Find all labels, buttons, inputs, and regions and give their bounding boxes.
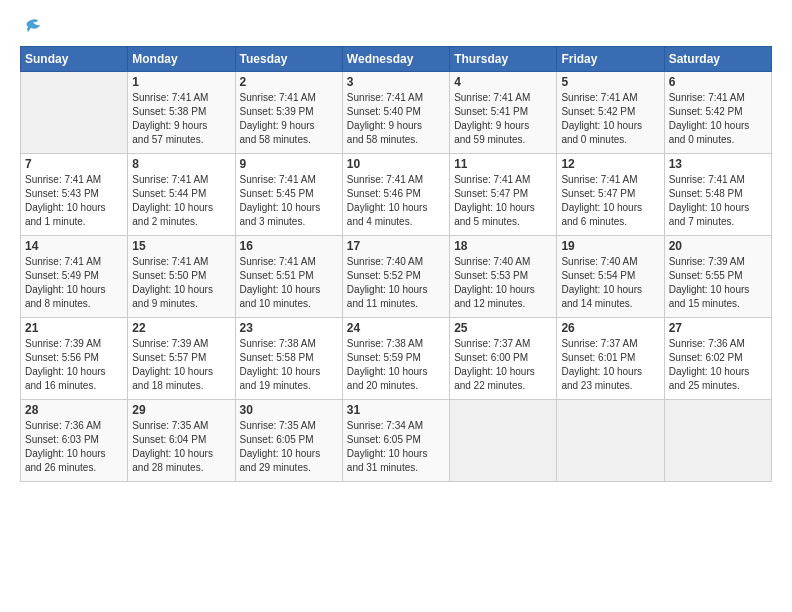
logo-bird-icon [22, 16, 44, 38]
calendar-cell: 6Sunrise: 7:41 AMSunset: 5:42 PMDaylight… [664, 72, 771, 154]
calendar-cell: 4Sunrise: 7:41 AMSunset: 5:41 PMDaylight… [450, 72, 557, 154]
calendar-cell: 7Sunrise: 7:41 AMSunset: 5:43 PMDaylight… [21, 154, 128, 236]
day-info: Sunrise: 7:38 AMSunset: 5:58 PMDaylight:… [240, 337, 338, 393]
day-info: Sunrise: 7:41 AMSunset: 5:40 PMDaylight:… [347, 91, 445, 147]
day-number: 26 [561, 321, 659, 335]
day-info: Sunrise: 7:41 AMSunset: 5:47 PMDaylight:… [454, 173, 552, 229]
day-number: 10 [347, 157, 445, 171]
day-info: Sunrise: 7:37 AMSunset: 6:00 PMDaylight:… [454, 337, 552, 393]
day-number: 17 [347, 239, 445, 253]
day-number: 14 [25, 239, 123, 253]
day-info: Sunrise: 7:38 AMSunset: 5:59 PMDaylight:… [347, 337, 445, 393]
day-header-monday: Monday [128, 47, 235, 72]
day-header-wednesday: Wednesday [342, 47, 449, 72]
day-info: Sunrise: 7:36 AMSunset: 6:03 PMDaylight:… [25, 419, 123, 475]
calendar-cell: 29Sunrise: 7:35 AMSunset: 6:04 PMDayligh… [128, 400, 235, 482]
day-number: 24 [347, 321, 445, 335]
day-number: 16 [240, 239, 338, 253]
day-number: 29 [132, 403, 230, 417]
day-info: Sunrise: 7:41 AMSunset: 5:42 PMDaylight:… [561, 91, 659, 147]
day-info: Sunrise: 7:41 AMSunset: 5:50 PMDaylight:… [132, 255, 230, 311]
day-number: 3 [347, 75, 445, 89]
day-number: 2 [240, 75, 338, 89]
day-info: Sunrise: 7:36 AMSunset: 6:02 PMDaylight:… [669, 337, 767, 393]
day-info: Sunrise: 7:34 AMSunset: 6:05 PMDaylight:… [347, 419, 445, 475]
day-info: Sunrise: 7:37 AMSunset: 6:01 PMDaylight:… [561, 337, 659, 393]
day-info: Sunrise: 7:35 AMSunset: 6:05 PMDaylight:… [240, 419, 338, 475]
day-number: 9 [240, 157, 338, 171]
day-number: 4 [454, 75, 552, 89]
calendar-cell: 15Sunrise: 7:41 AMSunset: 5:50 PMDayligh… [128, 236, 235, 318]
day-header-friday: Friday [557, 47, 664, 72]
calendar-cell [21, 72, 128, 154]
day-info: Sunrise: 7:40 AMSunset: 5:53 PMDaylight:… [454, 255, 552, 311]
day-number: 15 [132, 239, 230, 253]
calendar-cell: 17Sunrise: 7:40 AMSunset: 5:52 PMDayligh… [342, 236, 449, 318]
calendar-table: SundayMondayTuesdayWednesdayThursdayFrid… [20, 46, 772, 482]
calendar-cell: 9Sunrise: 7:41 AMSunset: 5:45 PMDaylight… [235, 154, 342, 236]
day-number: 28 [25, 403, 123, 417]
day-info: Sunrise: 7:41 AMSunset: 5:41 PMDaylight:… [454, 91, 552, 147]
calendar-cell [450, 400, 557, 482]
day-number: 30 [240, 403, 338, 417]
calendar-cell: 1Sunrise: 7:41 AMSunset: 5:38 PMDaylight… [128, 72, 235, 154]
calendar-cell: 14Sunrise: 7:41 AMSunset: 5:49 PMDayligh… [21, 236, 128, 318]
week-row-3: 21Sunrise: 7:39 AMSunset: 5:56 PMDayligh… [21, 318, 772, 400]
day-info: Sunrise: 7:39 AMSunset: 5:56 PMDaylight:… [25, 337, 123, 393]
day-number: 13 [669, 157, 767, 171]
calendar-cell: 18Sunrise: 7:40 AMSunset: 5:53 PMDayligh… [450, 236, 557, 318]
day-number: 22 [132, 321, 230, 335]
day-info: Sunrise: 7:35 AMSunset: 6:04 PMDaylight:… [132, 419, 230, 475]
calendar-cell: 13Sunrise: 7:41 AMSunset: 5:48 PMDayligh… [664, 154, 771, 236]
calendar-cell: 23Sunrise: 7:38 AMSunset: 5:58 PMDayligh… [235, 318, 342, 400]
day-header-thursday: Thursday [450, 47, 557, 72]
day-info: Sunrise: 7:41 AMSunset: 5:47 PMDaylight:… [561, 173, 659, 229]
day-info: Sunrise: 7:40 AMSunset: 5:54 PMDaylight:… [561, 255, 659, 311]
calendar-cell: 12Sunrise: 7:41 AMSunset: 5:47 PMDayligh… [557, 154, 664, 236]
day-info: Sunrise: 7:41 AMSunset: 5:42 PMDaylight:… [669, 91, 767, 147]
calendar-cell: 26Sunrise: 7:37 AMSunset: 6:01 PMDayligh… [557, 318, 664, 400]
day-info: Sunrise: 7:41 AMSunset: 5:49 PMDaylight:… [25, 255, 123, 311]
day-info: Sunrise: 7:41 AMSunset: 5:48 PMDaylight:… [669, 173, 767, 229]
day-number: 8 [132, 157, 230, 171]
calendar-cell: 30Sunrise: 7:35 AMSunset: 6:05 PMDayligh… [235, 400, 342, 482]
day-number: 31 [347, 403, 445, 417]
day-info: Sunrise: 7:39 AMSunset: 5:57 PMDaylight:… [132, 337, 230, 393]
calendar-cell: 21Sunrise: 7:39 AMSunset: 5:56 PMDayligh… [21, 318, 128, 400]
page: SundayMondayTuesdayWednesdayThursdayFrid… [0, 0, 792, 612]
calendar-cell: 3Sunrise: 7:41 AMSunset: 5:40 PMDaylight… [342, 72, 449, 154]
header [20, 16, 772, 38]
calendar-cell: 20Sunrise: 7:39 AMSunset: 5:55 PMDayligh… [664, 236, 771, 318]
calendar-cell: 27Sunrise: 7:36 AMSunset: 6:02 PMDayligh… [664, 318, 771, 400]
calendar-cell: 16Sunrise: 7:41 AMSunset: 5:51 PMDayligh… [235, 236, 342, 318]
day-info: Sunrise: 7:39 AMSunset: 5:55 PMDaylight:… [669, 255, 767, 311]
day-info: Sunrise: 7:41 AMSunset: 5:45 PMDaylight:… [240, 173, 338, 229]
calendar-cell: 22Sunrise: 7:39 AMSunset: 5:57 PMDayligh… [128, 318, 235, 400]
day-number: 7 [25, 157, 123, 171]
calendar-cell: 8Sunrise: 7:41 AMSunset: 5:44 PMDaylight… [128, 154, 235, 236]
week-row-0: 1Sunrise: 7:41 AMSunset: 5:38 PMDaylight… [21, 72, 772, 154]
day-number: 23 [240, 321, 338, 335]
calendar-cell: 28Sunrise: 7:36 AMSunset: 6:03 PMDayligh… [21, 400, 128, 482]
calendar-cell: 2Sunrise: 7:41 AMSunset: 5:39 PMDaylight… [235, 72, 342, 154]
day-number: 20 [669, 239, 767, 253]
day-info: Sunrise: 7:41 AMSunset: 5:46 PMDaylight:… [347, 173, 445, 229]
calendar-cell [557, 400, 664, 482]
day-number: 5 [561, 75, 659, 89]
day-number: 6 [669, 75, 767, 89]
day-info: Sunrise: 7:41 AMSunset: 5:43 PMDaylight:… [25, 173, 123, 229]
calendar-cell: 31Sunrise: 7:34 AMSunset: 6:05 PMDayligh… [342, 400, 449, 482]
calendar-cell: 25Sunrise: 7:37 AMSunset: 6:00 PMDayligh… [450, 318, 557, 400]
day-number: 25 [454, 321, 552, 335]
calendar-cell [664, 400, 771, 482]
calendar-cell: 5Sunrise: 7:41 AMSunset: 5:42 PMDaylight… [557, 72, 664, 154]
day-number: 12 [561, 157, 659, 171]
day-number: 21 [25, 321, 123, 335]
day-info: Sunrise: 7:41 AMSunset: 5:39 PMDaylight:… [240, 91, 338, 147]
day-number: 11 [454, 157, 552, 171]
day-number: 19 [561, 239, 659, 253]
day-info: Sunrise: 7:41 AMSunset: 5:44 PMDaylight:… [132, 173, 230, 229]
week-row-2: 14Sunrise: 7:41 AMSunset: 5:49 PMDayligh… [21, 236, 772, 318]
day-header-sunday: Sunday [21, 47, 128, 72]
day-info: Sunrise: 7:41 AMSunset: 5:51 PMDaylight:… [240, 255, 338, 311]
